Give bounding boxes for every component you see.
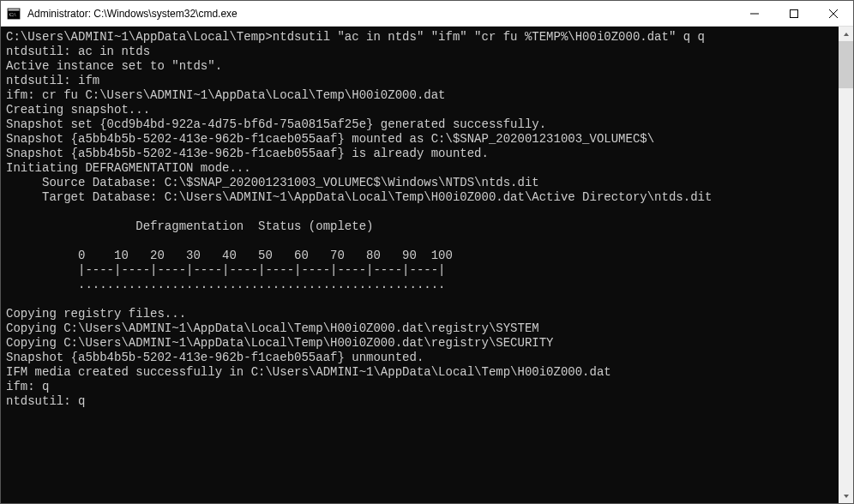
- scrollbar-thumb[interactable]: [839, 41, 853, 88]
- scroll-up-button[interactable]: [839, 27, 853, 41]
- cmd-window: C:\ Administrator: C:\Windows\system32\c…: [0, 0, 854, 504]
- maximize-button[interactable]: [774, 1, 814, 26]
- titlebar[interactable]: C:\ Administrator: C:\Windows\system32\c…: [1, 1, 853, 27]
- scrollbar-track[interactable]: [839, 41, 853, 489]
- close-button[interactable]: [814, 1, 853, 26]
- vertical-scrollbar[interactable]: [839, 27, 853, 503]
- terminal-area: C:\Users\ADMINI~1\AppData\Local\Temp>ntd…: [1, 27, 853, 503]
- svg-rect-1: [9, 9, 20, 10]
- minimize-button[interactable]: [735, 1, 774, 26]
- svg-text:C:\: C:\: [9, 12, 16, 17]
- scroll-down-button[interactable]: [839, 489, 853, 503]
- cmd-icon: C:\: [7, 7, 21, 21]
- terminal-output[interactable]: C:\Users\ADMINI~1\AppData\Local\Temp>ntd…: [1, 27, 839, 503]
- window-title: Administrator: C:\Windows\system32\cmd.e…: [27, 8, 735, 20]
- svg-rect-4: [791, 9, 798, 17]
- window-controls: [735, 1, 853, 26]
